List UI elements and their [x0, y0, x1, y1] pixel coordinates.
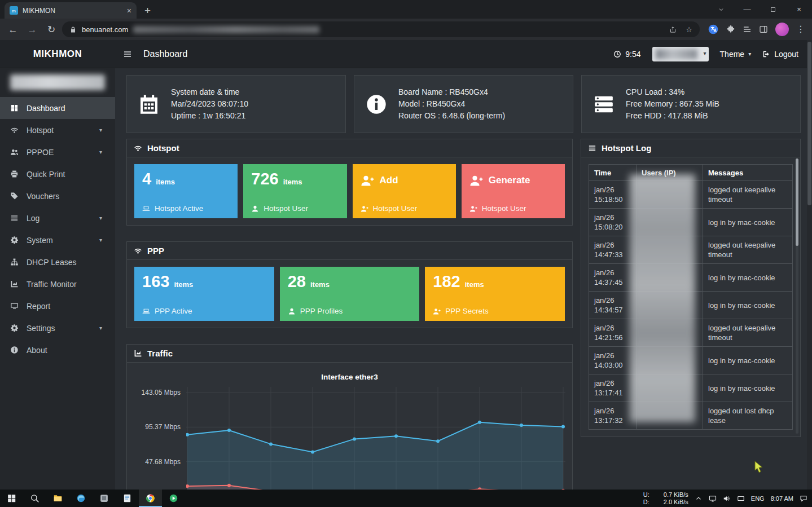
log-scrollbar-thumb[interactable] [796, 158, 798, 246]
chrome-button[interactable] [139, 490, 162, 507]
page-scrollbar-thumb[interactable] [807, 42, 811, 205]
sidebar-item-label: Settings [27, 324, 55, 333]
theme-dropdown[interactable]: Theme ▾ [720, 50, 752, 59]
stat-value: 4 [142, 170, 151, 188]
start-button[interactable] [0, 490, 23, 507]
session-select-dropdown[interactable]: ▾ [652, 47, 709, 61]
sidebar-item-label: Traffic Monitor [27, 280, 77, 289]
minimize-button[interactable]: — [734, 0, 760, 19]
calendar-icon [127, 93, 171, 116]
stat-value: 28 [288, 272, 306, 291]
log-message-cell: logged out keepalive timeout [703, 319, 793, 347]
y-tick-label: 143.05 Mbps [142, 389, 181, 396]
server-icon [582, 93, 626, 116]
sidebar-item-label: Log [27, 214, 39, 223]
sidebar-item-report[interactable]: Report [0, 295, 115, 317]
sidebar-item-vouchers[interactable]: Vouchers [0, 185, 115, 207]
sidebar-item-label: Report [27, 302, 50, 311]
sidebar: Dashboard Hotspot ▾ PPPOE ▾ Quick Print … [0, 68, 115, 490]
user-plus-icon [433, 307, 441, 315]
tab-title: MIKHMON [23, 7, 122, 15]
log-col-messages: Messages [703, 165, 793, 181]
browser-menu-icon[interactable]: ⋮ [796, 25, 805, 34]
hotspot-active-box[interactable]: 4 items Hotspot Active [134, 164, 238, 218]
info-card-board: Board Name : RB450Gx4 Model : RB450Gx4 R… [354, 75, 573, 133]
action-label: Generate [489, 175, 530, 186]
stat-label: PPP Profiles [300, 307, 343, 315]
wifi-icon [134, 144, 142, 152]
edge-button[interactable] [69, 490, 93, 507]
ppp-secrets-box[interactable]: 182 items PPP Secrets [425, 267, 565, 321]
sidebar-item-settings[interactable]: Settings ▾ [0, 317, 115, 339]
windows-taskbar: U: 0.7 KiB/s D: 2.0 KiB/s ENG 8:07 AM [0, 490, 812, 507]
profile-avatar[interactable] [775, 23, 789, 36]
windows-logo-icon [7, 493, 16, 503]
reload-button[interactable]: ↻ [43, 21, 60, 38]
tab-search-icon[interactable] [708, 0, 734, 19]
logout-button[interactable]: Logout [762, 50, 798, 59]
address-bar[interactable]: benuanet.com ☆ [62, 21, 700, 37]
sidebar-item-quick-print[interactable]: Quick Print [0, 163, 115, 185]
sidebar-item-pppoe[interactable]: PPPOE ▾ [0, 141, 115, 163]
reading-list-icon[interactable] [743, 25, 752, 34]
sidebar-item-label: System [27, 236, 53, 245]
touch-keyboard-icon[interactable] [737, 495, 745, 502]
volume-icon[interactable] [723, 495, 731, 502]
tab-close-icon[interactable]: × [127, 7, 131, 15]
lock-icon [69, 26, 77, 33]
page-scrollbar[interactable] [807, 40, 812, 490]
traffic-panel: Traffic Interface ether3 143.05 Mbps95.3… [126, 344, 573, 507]
action-center-icon[interactable] [800, 495, 807, 502]
log-scrollbar[interactable] [796, 158, 798, 434]
sidebar-item-about[interactable]: About [0, 339, 115, 361]
file-explorer-button[interactable] [46, 490, 69, 507]
log-time-cell: jan/2614:47:33 [589, 236, 637, 264]
sidebar-item-traffic-monitor[interactable]: Traffic Monitor [0, 273, 115, 295]
forward-button[interactable]: → [24, 21, 41, 38]
back-button[interactable]: ← [5, 21, 21, 38]
close-window-button[interactable]: × [786, 0, 812, 19]
notepad-app-button[interactable] [116, 490, 139, 507]
extensions-puzzle-icon[interactable] [726, 25, 735, 34]
traffic-chart [186, 387, 565, 500]
folder-icon [53, 493, 63, 503]
stat-label: PPP Active [155, 307, 192, 315]
share-icon[interactable] [669, 26, 677, 33]
taskbar-clock[interactable]: 8:07 AM [771, 495, 793, 502]
browser-tab[interactable]: m MIKHMON × [5, 2, 137, 19]
list-icon [9, 214, 20, 222]
sidebar-item-system[interactable]: System ▾ [0, 229, 115, 251]
hamburger-menu-icon[interactable] [115, 50, 140, 59]
user-plus-icon [361, 205, 368, 213]
system-tray: U: 0.7 KiB/s D: 2.0 KiB/s ENG 8:07 AM [643, 490, 812, 507]
ppp-profiles-box[interactable]: 28 items PPP Profiles [280, 267, 420, 321]
generate-hotspot-user-box[interactable]: Generate Hotspot User [462, 164, 565, 218]
maximize-button[interactable] [760, 0, 786, 19]
panel-title: Hotspot [147, 143, 179, 153]
media-app-button[interactable] [162, 490, 185, 507]
sidebar-item-hotspot[interactable]: Hotspot ▾ [0, 119, 115, 141]
bookmark-star-icon[interactable]: ☆ [686, 26, 692, 33]
translate-extension-icon[interactable] [708, 24, 719, 35]
pinned-app-button[interactable] [93, 490, 116, 507]
brand-logo[interactable]: MIKHMON [0, 49, 115, 60]
hotspot-user-box[interactable]: 726 items Hotspot User [243, 164, 346, 218]
chrome-icon [146, 493, 155, 503]
display-tray-icon[interactable] [709, 495, 717, 502]
hidden-icons-chevron-icon[interactable] [695, 495, 703, 502]
stat-unit: items [465, 280, 484, 289]
caret-down-icon: ▾ [95, 127, 106, 133]
side-panel-icon[interactable] [759, 25, 768, 34]
new-tab-button[interactable]: + [144, 3, 151, 16]
add-hotspot-user-box[interactable]: Add Hotspot User [353, 164, 456, 218]
sidebar-item-dhcp-leases[interactable]: DHCP Leases [0, 251, 115, 273]
language-indicator[interactable]: ENG [751, 495, 765, 502]
sidebar-item-log[interactable]: Log ▾ [0, 207, 115, 229]
ppp-active-box[interactable]: 163 items PPP Active [134, 267, 274, 321]
screen: m MIKHMON × + — × ← → ↻ benuanet.com ☆ [0, 0, 812, 507]
window-controls: — × [708, 0, 812, 19]
sidebar-item-dashboard[interactable]: Dashboard [0, 97, 115, 119]
laptop-icon [142, 307, 150, 315]
taskbar-search-button[interactable] [23, 490, 46, 507]
caret-down-icon: ▾ [95, 237, 106, 243]
